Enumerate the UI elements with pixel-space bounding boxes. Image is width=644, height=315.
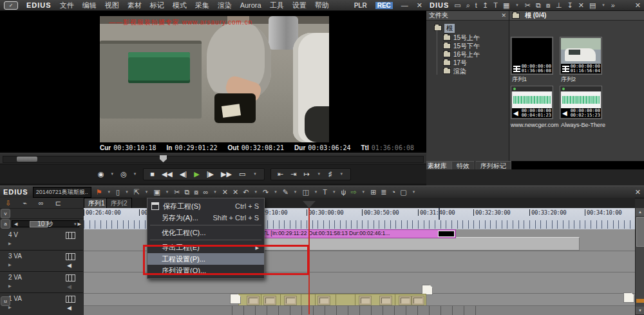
chevron-down-icon[interactable]: ▾: [214, 189, 216, 195]
bin-clip-audio1[interactable]: ◀ 00:00:00:0000:04:01:23: [511, 86, 553, 119]
menu-marker[interactable]: 标记: [150, 1, 164, 10]
prev-frame-button[interactable]: ◀|: [180, 171, 187, 178]
ripple-delete-icon[interactable]: ✕: [222, 189, 228, 196]
undo-icon[interactable]: ↶: [243, 189, 249, 196]
clip-label[interactable]: 序列1: [512, 75, 527, 84]
speaker-icon[interactable]: ◀: [67, 305, 71, 311]
chevron-down-icon[interactable]: ▾: [166, 189, 169, 195]
paste-icon[interactable]: ⧇: [194, 189, 198, 196]
audio-toggle-button[interactable]: a: [1, 219, 10, 229]
clip-label[interactable]: www.newcger.com: [511, 122, 559, 128]
title-icon[interactable]: T: [323, 189, 327, 196]
set-in-button[interactable]: ⇤: [278, 171, 283, 178]
view-mode-icon[interactable]: ▤: [589, 2, 596, 9]
color-wheel-icon[interactable]: ◔: [392, 189, 396, 196]
tab-sequence2[interactable]: 序列2: [106, 198, 132, 209]
speaker-muted-icon[interactable]: ◀: [67, 283, 71, 290]
seek-handle[interactable]: [17, 157, 37, 162]
save-project-icon[interactable]: ▣: [153, 189, 160, 196]
tree-root[interactable]: 根: [434, 24, 509, 32]
close-icon[interactable]: ✕: [635, 188, 641, 196]
expand-icon[interactable]: ▶: [8, 262, 12, 267]
delete-icon[interactable]: ✕: [232, 189, 238, 196]
bin-clip-sequence2[interactable]: 00:00:00:0001:16:56:04: [560, 37, 602, 75]
chevron-down-icon[interactable]: ▾: [254, 171, 256, 177]
menu-aurora[interactable]: Aurora: [240, 1, 261, 9]
search-icon[interactable]: ⌕: [466, 2, 470, 9]
video-track-icon[interactable]: [66, 296, 75, 303]
chevron-down-icon[interactable]: ▾: [602, 3, 605, 8]
export-icon[interactable]: ↥: [482, 2, 488, 9]
track-header-1va[interactable]: 1 VA ◀ ▶: [0, 293, 83, 315]
rec-button[interactable]: REC: [375, 2, 393, 9]
tree-item-folder[interactable]: 渲染: [443, 67, 509, 75]
pin-icon[interactable]: ⊥: [556, 2, 562, 9]
tab-sequence1[interactable]: 序列1: [84, 198, 109, 209]
monitor-icon[interactable]: ▢: [400, 189, 406, 196]
close-button[interactable]: ✕: [417, 1, 422, 10]
open-project-icon[interactable]: ⇱: [134, 189, 140, 196]
import-icon[interactable]: ↧: [567, 2, 573, 9]
scrollbar-thumb[interactable]: [636, 217, 644, 247]
tab-sequence-marker[interactable]: 序列标记: [475, 161, 511, 170]
menu-edit[interactable]: 编辑: [82, 1, 97, 10]
fast-forward-button[interactable]: ▶▶: [221, 171, 232, 178]
chase-button[interactable]: ♯: [328, 171, 332, 178]
export-icon[interactable]: ⇨: [350, 189, 356, 196]
chevron-down-icon[interactable]: ▾: [126, 189, 128, 195]
insert-mode-icon[interactable]: ⇩: [5, 200, 11, 207]
video-track-icon[interactable]: [66, 253, 75, 260]
expand-icon[interactable]: ▶: [8, 241, 12, 245]
menu-item-consolidate-project[interactable]: 优化工程(C)...: [147, 227, 264, 238]
jog-icon[interactable]: ◉: [98, 171, 104, 178]
seek-bar[interactable]: [0, 153, 426, 164]
menu-render[interactable]: 渲染: [218, 1, 232, 10]
title-icon[interactable]: T: [493, 2, 498, 9]
voiceover-icon[interactable]: ψ: [341, 189, 346, 196]
new-folder-icon[interactable]: ▭: [454, 2, 460, 9]
seek-track[interactable]: [3, 156, 424, 163]
tree-item-folder[interactable]: 15号上午: [443, 33, 509, 42]
shuttle-icon[interactable]: ◎: [120, 171, 127, 178]
next-frame-button[interactable]: |▶: [207, 171, 214, 178]
menu-capture[interactable]: 采集: [195, 1, 209, 10]
out-point-marker[interactable]: [439, 208, 440, 220]
chevron-down-icon[interactable]: ▾: [74, 222, 77, 227]
timeline-zoom-level[interactable]: 10 秒: [17, 220, 73, 229]
timeline-vertical-scrollbar[interactable]: ▲ ▼: [635, 208, 644, 314]
video-toggle-button[interactable]: v: [1, 209, 10, 218]
grid-icon[interactable]: ⊞: [370, 189, 376, 196]
transition-icon[interactable]: ◫: [302, 189, 308, 196]
project-flag-icon[interactable]: ⚑: [96, 189, 102, 196]
close-icon[interactable]: ✕: [635, 1, 641, 10]
copy-icon[interactable]: ⧉: [185, 189, 190, 196]
video-track-icon[interactable]: [66, 232, 75, 239]
chevron-down-icon[interactable]: ▾: [340, 171, 343, 177]
clip-label[interactable]: Always-Be-There: [561, 122, 605, 128]
tree-item-folder[interactable]: 17号: [443, 59, 509, 67]
chevron-down-icon[interactable]: ▾: [315, 189, 317, 195]
menu-tools[interactable]: 工具: [270, 1, 284, 10]
scroll-down-button[interactable]: ▼: [636, 307, 644, 314]
menu-mode[interactable]: 模式: [173, 1, 187, 10]
tree-item-label[interactable]: 15号下午: [453, 42, 480, 51]
cut-icon[interactable]: ✂: [525, 2, 531, 9]
playhead-handle[interactable]: [303, 201, 316, 208]
cut-icon[interactable]: ✂: [174, 189, 180, 196]
chevron-down-icon[interactable]: ▾: [363, 189, 365, 195]
tree-item-label[interactable]: 17号: [453, 59, 467, 68]
capture-icon[interactable]: t: [475, 2, 477, 9]
chevron-down-icon[interactable]: ▾: [108, 189, 111, 195]
chevron-down-icon[interactable]: ▾: [111, 171, 114, 177]
menu-item-save-as[interactable]: 另存为(A)... Shift + Ctrl + S: [147, 212, 264, 224]
chevron-down-icon[interactable]: ▾: [274, 189, 277, 195]
loop-button[interactable]: ▭: [239, 171, 245, 178]
chevron-down-icon[interactable]: ▾: [146, 189, 148, 195]
chevron-down-icon[interactable]: ▾: [317, 171, 320, 177]
snap-mode-icon[interactable]: ⌁: [23, 200, 27, 207]
match-frame-icon[interactable]: ∞: [203, 189, 208, 196]
rewind-button[interactable]: ◀◀: [162, 171, 173, 178]
copy-icon[interactable]: ⧉: [536, 2, 541, 9]
mute-button[interactable]: u: [1, 296, 10, 306]
image-icon[interactable]: ▦: [503, 2, 509, 9]
